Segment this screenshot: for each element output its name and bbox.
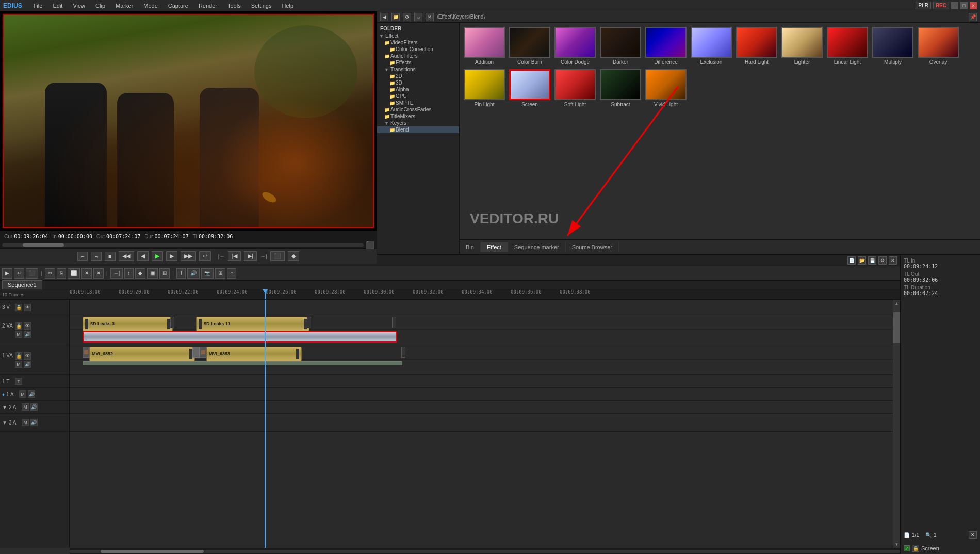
- effects-folder-button[interactable]: 📁: [391, 13, 400, 21]
- track-2a-solo[interactable]: 🔊: [30, 403, 38, 411]
- tree-item-keyers[interactable]: ▼ Keyers: [377, 120, 459, 126]
- track-3a-mute[interactable]: M: [22, 419, 29, 426]
- effects-close-button[interactable]: ✕: [426, 13, 434, 21]
- tl-audio-button[interactable]: 🔊: [187, 268, 200, 279]
- menu-file[interactable]: File: [31, 2, 45, 10]
- clip-mvi-6853[interactable]: MVI_6853: [206, 347, 302, 361]
- effect-item-subtract[interactable]: Subtract: [600, 69, 641, 107]
- screen-lock-icon[interactable]: 🔒: [912, 545, 919, 552]
- preview-scrollbar[interactable]: ⬛: [0, 242, 377, 248]
- menu-marker[interactable]: Marker: [113, 2, 135, 10]
- tl-slide-button[interactable]: ▣: [147, 268, 158, 279]
- tree-item-alpha[interactable]: 📁 Alpha: [377, 86, 459, 93]
- tab-bin[interactable]: Bin: [460, 242, 481, 252]
- effects-back-button[interactable]: ◀: [380, 13, 388, 21]
- effect-item-hardlight[interactable]: Hard Light: [736, 27, 777, 65]
- extra-btn1[interactable]: ⬛: [270, 251, 285, 261]
- scroll-thumb[interactable]: [23, 243, 64, 247]
- next-frame-button[interactable]: ▶: [166, 251, 177, 261]
- track-1va-mute[interactable]: M: [15, 361, 22, 368]
- tree-item-effect[interactable]: ▼ Effect: [377, 32, 459, 39]
- effect-item-colorburn[interactable]: Color Burn: [509, 27, 550, 65]
- effect-item-linearlight[interactable]: Linear Light: [827, 27, 868, 65]
- vscroll-down-button[interactable]: ▼: [893, 541, 900, 548]
- track-3a-solo[interactable]: 🔊: [30, 419, 38, 426]
- tree-item-audiofilters[interactable]: 📁 AudioFilters: [377, 53, 459, 59]
- prev-edit-button[interactable]: |◀: [228, 251, 241, 261]
- track-1t-type[interactable]: T: [15, 378, 22, 385]
- extra-btn2[interactable]: ◆: [288, 251, 299, 261]
- vscroll-up-button[interactable]: ▲: [893, 300, 900, 307]
- fast-forward-button[interactable]: ▶▶: [181, 251, 196, 261]
- tl-title-button[interactable]: T: [176, 268, 186, 279]
- loop-button[interactable]: ↩: [199, 251, 211, 261]
- vscroll-thumb[interactable]: [893, 312, 900, 343]
- tl-cut-button[interactable]: ✂: [45, 268, 55, 279]
- track-1va-solo[interactable]: 🔊: [24, 361, 31, 368]
- clip-5d-leaks-3[interactable]: 5D Leaks 3: [83, 317, 173, 331]
- tree-item-colorcorrection[interactable]: 📁 Color Correction: [377, 46, 459, 53]
- tl-move-button[interactable]: ↕: [124, 268, 134, 279]
- effects-pin-button[interactable]: 📌: [969, 13, 977, 21]
- tree-item-2d[interactable]: 📁 2D: [377, 73, 459, 79]
- menu-settings[interactable]: Settings: [249, 2, 274, 10]
- effect-item-pinlight[interactable]: Pin Light: [464, 69, 505, 107]
- track-1va-eye[interactable]: 👁: [24, 352, 31, 360]
- maximize-button[interactable]: □: [960, 2, 968, 9]
- tree-item-audiocrossfades[interactable]: 📁 AudioCrossFades: [377, 106, 459, 113]
- track-3v-lock[interactable]: 🔒: [15, 304, 22, 311]
- tl-settings-button[interactable]: ⚙: [878, 256, 887, 265]
- menu-help[interactable]: Help: [280, 2, 296, 10]
- tl-slip-button[interactable]: ◆: [135, 268, 145, 279]
- tree-item-titlemixers[interactable]: 📁 TitleMixers: [377, 113, 459, 120]
- hscroll-track[interactable]: [70, 550, 900, 553]
- tl-save-button[interactable]: 💾: [868, 256, 876, 265]
- tl-select-button[interactable]: ▶: [2, 268, 12, 279]
- minimize-button[interactable]: ─: [951, 2, 958, 9]
- menu-capture[interactable]: Capture: [166, 2, 190, 10]
- track-1va-lock[interactable]: 🔒: [15, 352, 22, 360]
- prev-frame-button[interactable]: ◀: [137, 251, 149, 261]
- menu-render[interactable]: Render: [197, 2, 219, 10]
- effect-item-darker[interactable]: Darker: [600, 27, 641, 65]
- track-2va-solo[interactable]: 🔊: [24, 331, 31, 338]
- tl-record-button[interactable]: ○: [227, 268, 236, 279]
- menu-mode[interactable]: Mode: [141, 2, 160, 10]
- tl-open-button[interactable]: 📂: [858, 256, 866, 265]
- menu-tools[interactable]: Tools: [225, 2, 243, 10]
- tree-item-effects[interactable]: 📁 Effects: [377, 59, 459, 66]
- mark-in-button[interactable]: ⌐: [77, 252, 88, 261]
- menu-edit[interactable]: Edit: [51, 2, 64, 10]
- tree-item-transitions[interactable]: ▼ Transitions: [377, 66, 459, 73]
- scroll-end-icon[interactable]: ⬛: [366, 241, 374, 249]
- effects-settings-button[interactable]: ⚙: [403, 13, 411, 21]
- tab-source-browser[interactable]: Source Browser: [566, 242, 619, 252]
- clip-selected-blend[interactable]: [83, 331, 397, 343]
- clip-5d-leaks-11[interactable]: 5D Leaks 11: [196, 317, 309, 331]
- timeline-vscrollbar[interactable]: ▲ ▼: [893, 300, 900, 548]
- tl-delete2-button[interactable]: ✕: [93, 268, 104, 279]
- tl-close-button[interactable]: ✕: [889, 256, 897, 265]
- effect-item-lighter[interactable]: Lighter: [781, 27, 823, 65]
- effect-item-screen[interactable]: Screen: [509, 69, 550, 107]
- hscroll-thumb[interactable]: [101, 550, 204, 553]
- screen-checkbox[interactable]: ✓: [904, 545, 910, 551]
- track-2a-mute[interactable]: M: [22, 403, 29, 411]
- close-button[interactable]: ✕: [970, 2, 977, 9]
- effect-item-vividlight[interactable]: Vivid Light: [645, 69, 687, 107]
- tl-snap-button[interactable]: ⬛: [26, 268, 38, 279]
- track-1a-solo[interactable]: 🔊: [28, 390, 35, 398]
- tl-new-button[interactable]: 📄: [847, 256, 856, 265]
- scroll-track[interactable]: [2, 243, 364, 247]
- timeline-hscrollbar[interactable]: [70, 548, 900, 554]
- track-1a-mute[interactable]: M: [19, 390, 26, 398]
- effect-item-colordodge[interactable]: Color Dodge: [554, 27, 596, 65]
- tree-item-gpu[interactable]: 📁 GPU: [377, 93, 459, 100]
- tab-effect[interactable]: Effect: [481, 242, 508, 252]
- menu-view[interactable]: View: [71, 2, 87, 10]
- effect-item-overlay[interactable]: Overlay: [918, 27, 959, 65]
- tl-paste-button[interactable]: ⬜: [68, 268, 80, 279]
- play-button[interactable]: ▶: [152, 251, 163, 261]
- menu-clip[interactable]: Clip: [93, 2, 107, 10]
- sequence1-tab[interactable]: Sequence1: [2, 280, 42, 289]
